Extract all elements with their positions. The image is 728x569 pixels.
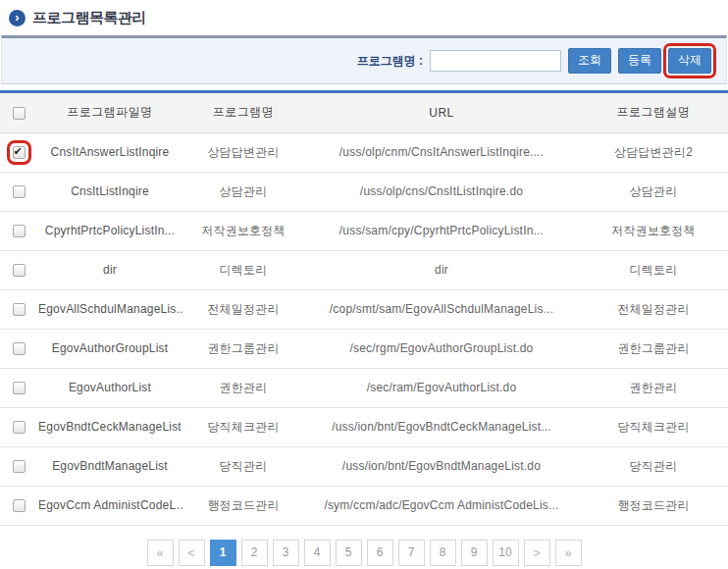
- table-row: EgovAuthorList 권한관리 /sec/ram/EgovAuthorL…: [0, 368, 728, 407]
- cell-program-file: EgovBndtManageList: [37, 446, 182, 486]
- table-header-row: 프로그램파일명 프로그램명 URL 프로그램설명: [0, 93, 728, 132]
- row-checkbox[interactable]: [13, 303, 26, 316]
- cell-program-name: 상담관리: [182, 172, 304, 211]
- delete-button[interactable]: 삭제: [668, 48, 711, 73]
- cell-program-file: EgovCcm AdministCodeL…: [37, 486, 182, 525]
- cell-program-file: EgovAuthorList: [37, 368, 182, 407]
- pagination-prev-button[interactable]: <: [179, 540, 205, 566]
- cell-program-desc: 상담관리: [579, 172, 728, 211]
- row-checkbox[interactable]: [13, 342, 26, 355]
- row-checkbox[interactable]: [13, 499, 26, 512]
- page-button-5[interactable]: 5: [336, 540, 362, 566]
- cell-program-desc: 전체일정관리: [579, 289, 728, 329]
- cell-url: /sec/ram/EgovAuthorList.do: [304, 368, 579, 407]
- register-button[interactable]: 등록: [618, 48, 661, 73]
- cell-program-name: 권한관리: [182, 368, 304, 407]
- row-checkbox-cell: [0, 329, 37, 368]
- cell-program-file: dir: [37, 250, 182, 289]
- table-row: EgovBndtManageList 당직관리 /uss/ion/bnt/Ego…: [0, 446, 728, 486]
- cell-program-name: 권한그룹관리: [182, 329, 304, 368]
- cell-program-desc: 권한그룹관리: [579, 329, 728, 368]
- cell-program-desc: 행정코드관리: [579, 486, 728, 525]
- page-button-9[interactable]: 9: [461, 540, 488, 566]
- cell-program-name: 당직체크관리: [182, 407, 304, 446]
- row-checkbox-cell: [0, 250, 37, 289]
- row-checkbox-cell: [0, 172, 37, 211]
- cell-program-name: 전체일정관리: [182, 289, 304, 329]
- pagination-first-button[interactable]: «: [147, 540, 174, 566]
- cell-program-name: 상담답변관리: [182, 132, 304, 172]
- page-root: › 프로그램목록관리 프로그램명 : 조회 등록 삭제 프로그램파일명 프로그램…: [0, 0, 728, 566]
- page-button-2[interactable]: 2: [241, 540, 268, 566]
- cell-url: /uss/ion/bnt/EgovBndtManageList.do: [304, 446, 579, 486]
- program-name-label: 프로그램명 :: [357, 53, 423, 70]
- page-button-8[interactable]: 8: [430, 540, 456, 566]
- cell-url: /uss/olp/cns/CnsItListInqire.do: [304, 172, 579, 211]
- cell-url: dir: [304, 250, 579, 289]
- table-row: dir 디렉토리 dir 디렉토리: [0, 250, 728, 289]
- row-checkbox[interactable]: [13, 421, 26, 434]
- column-header-url: URL: [304, 93, 579, 132]
- row-checkbox-cell: [0, 407, 37, 446]
- cell-program-file: CnsItAnswerListInqire: [37, 132, 182, 172]
- row-checkbox[interactable]: [13, 225, 26, 237]
- page-title: 프로그램목록관리: [32, 9, 146, 27]
- cell-url: /uss/olp/cnm/CnsItAnswerListInqire....: [304, 132, 579, 172]
- pagination: «<12345678910>»: [0, 540, 728, 566]
- cell-program-desc: 상담답변관리2: [579, 132, 728, 172]
- row-checkbox[interactable]: [13, 460, 26, 473]
- select-all-checkbox[interactable]: [13, 107, 26, 120]
- page-button-1[interactable]: 1: [210, 540, 236, 566]
- select-all-cell: [0, 93, 37, 132]
- row-checkbox[interactable]: [13, 146, 26, 159]
- pagination-next-button[interactable]: >: [524, 540, 550, 566]
- page-button-3[interactable]: 3: [273, 540, 299, 566]
- cell-program-desc: 디렉토리: [579, 250, 728, 289]
- page-header: › 프로그램목록관리: [0, 0, 728, 33]
- row-checkbox-cell: [0, 132, 37, 172]
- cell-url: /sec/rgm/EgovAuthorGroupList.do: [304, 329, 579, 368]
- table-row: EgovCcm AdministCodeL… 행정코드관리 /sym/ccm/a…: [0, 486, 728, 525]
- row-checkbox-cell: [0, 211, 37, 250]
- pagination-last-button[interactable]: »: [555, 540, 582, 566]
- cell-url: /uss/sam/cpy/CpyrhtPrtcPolicyListIn...: [304, 211, 579, 250]
- column-header-program-desc: 프로그램설명: [579, 93, 728, 132]
- row-checkbox-cell: [0, 368, 37, 407]
- page-button-6[interactable]: 6: [367, 540, 393, 566]
- page-button-4[interactable]: 4: [304, 540, 331, 566]
- cell-program-name: 당직관리: [182, 446, 304, 486]
- row-checkbox[interactable]: [13, 185, 26, 198]
- cell-program-desc: 당직체크관리: [579, 407, 728, 446]
- cell-program-desc: 당직관리: [579, 446, 728, 486]
- cell-url: /cop/smt/sam/EgovAllSchdulManageLis...: [304, 289, 579, 329]
- search-button[interactable]: 조회: [568, 48, 611, 73]
- table-row: CpyrhtPrtcPolicyListIn... 저작권보호정책 /uss/s…: [0, 211, 728, 250]
- column-header-program-name: 프로그램명: [182, 93, 304, 132]
- cell-program-file: EgovBndtCeckManageList: [37, 407, 182, 446]
- row-checkbox-cell: [0, 486, 37, 525]
- row-checkbox[interactable]: [13, 382, 26, 394]
- page-button-10[interactable]: 10: [493, 540, 519, 566]
- cell-program-file: EgovAuthorGroupList: [37, 329, 182, 368]
- cell-program-desc: 저작권보호정책: [579, 211, 728, 250]
- cell-program-name: 디렉토리: [182, 250, 304, 289]
- table-row: CnsItListInqire 상담관리 /uss/olp/cns/CnsItL…: [0, 172, 728, 211]
- table-row: EgovBndtCeckManageList 당직체크관리 /uss/ion/b…: [0, 407, 728, 446]
- table-row: EgovAuthorGroupList 권한그룹관리 /sec/rgm/Egov…: [0, 329, 728, 368]
- cell-program-name: 행정코드관리: [182, 486, 304, 525]
- arrow-circle-icon: ›: [9, 10, 26, 26]
- cell-url: /sym/ccm/adc/EgovCcm AdministCodeLis...: [304, 486, 579, 525]
- cell-program-file: CnsItListInqire: [37, 172, 182, 211]
- row-checkbox-cell: [0, 446, 37, 486]
- cell-program-file: EgovAllSchdulManageLis...: [37, 289, 182, 329]
- search-panel: 프로그램명 : 조회 등록 삭제: [1, 35, 727, 84]
- row-checkbox[interactable]: [13, 264, 26, 277]
- row-checkbox-cell: [0, 289, 37, 329]
- cell-program-file: CpyrhtPrtcPolicyListIn...: [37, 211, 182, 250]
- cell-program-desc: 권한관리: [579, 368, 728, 407]
- column-header-program-file: 프로그램파일명: [37, 93, 182, 132]
- page-button-7[interactable]: 7: [398, 540, 425, 566]
- table-row: EgovAllSchdulManageLis... 전체일정관리 /cop/sm…: [0, 289, 728, 329]
- program-table: 프로그램파일명 프로그램명 URL 프로그램설명 CnsItAnswerList…: [0, 93, 728, 526]
- program-name-input[interactable]: [430, 50, 561, 72]
